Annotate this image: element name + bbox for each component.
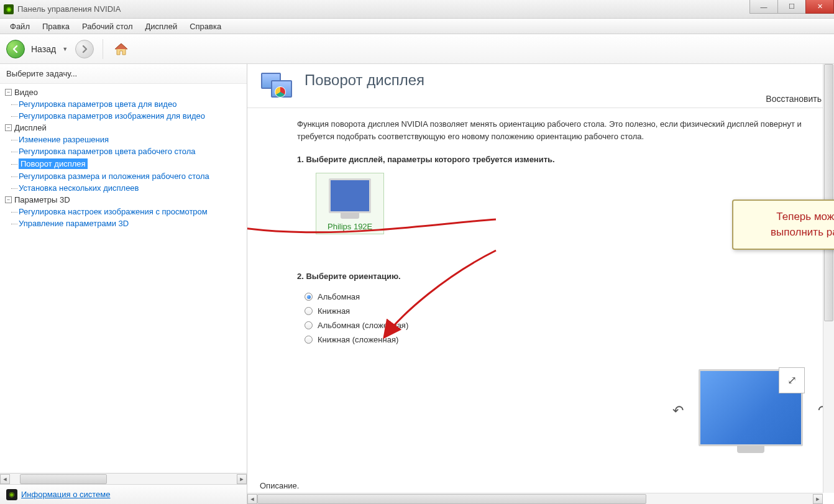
radio-icon (305, 321, 313, 329)
close-button[interactable]: ✕ (805, 0, 834, 14)
window-controls: — ☐ ✕ (750, 0, 834, 14)
toolbar: Назад ▼ (0, 34, 834, 64)
scroll-left-icon[interactable]: ◄ (247, 494, 257, 504)
orientation-group: Альбомная Книжная Альбомная (сложенная) … (305, 290, 819, 347)
tree-group-3d[interactable]: − Параметры 3D (4, 194, 243, 206)
back-button[interactable] (6, 40, 25, 58)
forward-button[interactable] (75, 40, 94, 58)
display-name: Philips 192E (328, 222, 372, 231)
rotate-overlay-icon: ⤢ (779, 367, 805, 393)
orientation-preview: ↶ ⤢ ↷ (689, 369, 813, 446)
orientation-landscape-flipped[interactable]: Альбомная (сложенная) (305, 318, 819, 332)
home-button[interactable] (112, 40, 131, 58)
display-tile[interactable]: Philips 192E (316, 173, 384, 234)
scroll-right-icon[interactable]: ► (813, 494, 823, 504)
tree-item-3d-manage[interactable]: Управление параметрами 3D (4, 218, 243, 229)
main-header: Поворот дисплея Восстановить (247, 64, 834, 108)
back-history-caret[interactable]: ▼ (62, 46, 68, 52)
scroll-thumb[interactable] (257, 494, 646, 504)
tree-item-multi-display[interactable]: Установка нескольких дисплеев (4, 182, 243, 194)
tree-item-desktop-color[interactable]: Регулировка параметров цвета рабочего ст… (4, 145, 243, 157)
description-label: Описание. (260, 481, 299, 490)
scroll-thumb[interactable] (20, 474, 107, 484)
radio-icon (305, 307, 313, 315)
menu-display[interactable]: Дисплей (140, 20, 183, 33)
sidebar: Выберите задачу... − Видео Регулировка п… (0, 64, 247, 504)
section2-title: 2. Выберите ориентацию. (297, 272, 819, 281)
menu-edit[interactable]: Правка (37, 20, 75, 33)
window-title: Панель управления NVIDIA (17, 4, 121, 14)
nvidia-eye-icon: ◉ (6, 489, 17, 500)
titlebar: ◉ Панель управления NVIDIA — ☐ ✕ (0, 0, 834, 19)
annotation-callout: Теперь можете с легкостью выполнить разв… (732, 199, 834, 250)
menu-desktop[interactable]: Рабочий стол (77, 20, 138, 33)
back-label: Назад (29, 44, 58, 54)
main-h-scrollbar[interactable]: ◄ ► (247, 493, 823, 504)
tree-group-display[interactable]: − Дисплей (4, 122, 243, 134)
task-tree[interactable]: − Видео Регулировка параметров цвета для… (0, 84, 247, 473)
system-info-link[interactable]: Информация о системе (21, 490, 111, 499)
sidebar-h-scrollbar[interactable]: ◄ ► (0, 473, 247, 484)
rotate-display-icon (257, 71, 296, 104)
tree-item-size-position[interactable]: Регулировка размера и положения рабочего… (4, 170, 243, 182)
page-title: Поворот дисплея (305, 71, 424, 89)
section1-title: 1. Выберите дисплей, параметры которого … (297, 155, 819, 164)
tree-group-video[interactable]: − Видео (4, 86, 243, 98)
monitor-icon (329, 178, 371, 213)
restore-link[interactable]: Восстановить (766, 94, 822, 104)
tree-item-3d-image[interactable]: Регулировка настроек изображения с просм… (4, 206, 243, 218)
orientation-landscape[interactable]: Альбомная (305, 290, 819, 304)
collapse-icon[interactable]: − (5, 196, 12, 203)
scroll-left-icon[interactable]: ◄ (0, 474, 10, 484)
main-body: Функция поворота дисплея NVIDIA позволяе… (247, 108, 834, 504)
feature-description: Функция поворота дисплея NVIDIA позволяе… (297, 118, 819, 142)
collapse-icon[interactable]: − (5, 124, 12, 131)
scroll-thumb[interactable] (824, 64, 833, 321)
toolbar-separator (103, 39, 103, 59)
tree-item-resolution[interactable]: Изменение разрешения (4, 134, 243, 145)
main-v-scrollbar[interactable] (823, 64, 834, 493)
nvidia-app-icon: ◉ (4, 4, 14, 14)
menubar: Файл Правка Рабочий стол Дисплей Справка (0, 19, 834, 34)
scroll-right-icon[interactable]: ► (237, 474, 247, 484)
orientation-portrait[interactable]: Книжная (305, 304, 819, 318)
maximize-button[interactable]: ☐ (777, 0, 806, 14)
tree-item-video-color[interactable]: Регулировка параметров цвета для видео (4, 98, 243, 110)
menu-file[interactable]: Файл (5, 20, 35, 33)
rotate-ccw-icon[interactable]: ↶ (672, 403, 684, 419)
sidebar-header: Выберите задачу... (0, 64, 247, 84)
menu-help[interactable]: Справка (185, 20, 226, 33)
radio-icon (305, 336, 313, 344)
minimize-button[interactable]: — (749, 0, 778, 14)
main-pane: Поворот дисплея Восстановить Функция пов… (247, 64, 834, 504)
tree-item-rotate-display[interactable]: Поворот дисплея (4, 157, 243, 170)
orientation-portrait-flipped[interactable]: Книжная (сложенная) (305, 332, 819, 347)
radio-icon (305, 293, 313, 301)
tree-item-video-image[interactable]: Регулировка параметров изображения для в… (4, 110, 243, 122)
sidebar-footer: ◉ Информация о системе (0, 484, 247, 504)
collapse-icon[interactable]: − (5, 89, 12, 96)
preview-screen-icon: ⤢ (699, 369, 803, 446)
